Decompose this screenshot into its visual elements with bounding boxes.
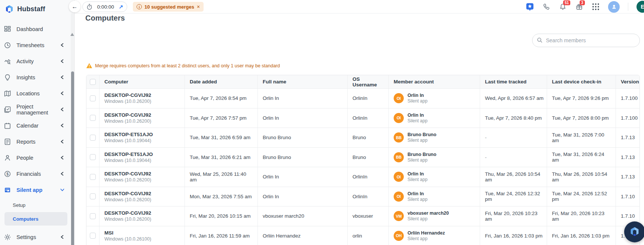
cell-version: 1.7.10 [616,187,640,206]
sidebar-item-calendar[interactable]: Calendar [0,117,71,134]
column-header-member-account[interactable]: Member account [389,75,480,88]
help-chat-button[interactable] [624,221,644,242]
user-avatar-initial: E [641,4,644,10]
calendar-icon [4,122,12,129]
column-header-last-device-check-in[interactable]: Last device check-in [547,75,616,88]
silent-app-icon [4,187,12,193]
cell-member-account: OIOrlin InSilent app [389,89,480,108]
select-all-checkbox[interactable] [90,79,96,85]
timer-value: 0:00:00 [95,4,116,10]
sidebar-nav: DashboardTimesheetsActivityInsightsLocat… [0,21,71,245]
chevron-left-icon [60,74,64,81]
cell-version: 1.7.100 [616,89,640,108]
warning-icon [86,63,92,68]
info-icon: i [137,4,142,9]
column-header-full-name[interactable]: Full name [258,75,348,88]
column-header-computer[interactable]: Computer [100,75,185,88]
row-checkbox[interactable] [90,154,96,160]
sidebar-item-locations[interactable]: Locations [0,85,71,101]
notifications-badge: 51 [563,0,570,5]
timer-widget[interactable]: 0:00:00 ↗ [82,1,127,12]
cell-last-time-tracked: Wed, Apr 8, 2026 6:57 am [480,89,547,108]
back-button[interactable]: ← [69,1,80,12]
row-checkbox[interactable] [90,115,96,121]
member-avatar: OI [394,192,404,202]
scrollbar-up-arrow[interactable] [70,33,74,36]
cell-date-added: Tue, Mar 31, 2026 6:21 am [185,148,258,167]
cell-full-name: Orlin In [258,108,348,128]
cell-full-name: Orliin Hernandez [258,226,348,245]
sidebar-item-settings[interactable]: Settings [0,229,71,245]
cell-date-added: Fri, Jan 16, 2026 11:59 am [185,226,258,245]
row-checkbox[interactable] [90,95,96,101]
topbar: ← 0:00:00 ↗ i 10 suggested merges × [75,0,644,13]
account-avatar-button[interactable] [608,1,620,13]
column-header-version[interactable]: Version [616,75,640,88]
sidebar-subitem-setup[interactable]: Setup [4,198,67,212]
sidebar-item-project-management[interactable]: Project management [0,101,71,117]
cell-full-name: Orlin In [258,167,348,187]
table-row: MSIWindows (10.0.26100)Fri, Jan 16, 2026… [86,226,640,245]
rewards-button[interactable]: 3 [575,3,583,11]
sidebar-item-timesheets[interactable]: Timesheets [0,37,71,53]
scrollbar-thumb[interactable] [71,71,74,245]
cell-last-time-tracked: Fri, Mar 20, 2026 10:23 am [480,206,547,226]
sidebar-item-silent-app[interactable]: Silent app [0,182,71,198]
sidebar-item-activity[interactable]: Activity [0,53,71,69]
cell-member-account: OHOrliin HernandezSilent app [389,226,480,245]
hubstaff-logo[interactable]: Hubstaff [0,0,74,15]
main-content: Computers Merge requires computers from … [75,13,644,245]
sidebar-item-reports[interactable]: Reports [0,134,71,150]
reports-icon [4,138,12,145]
chevron-left-icon [60,138,64,145]
activity-icon [4,58,12,65]
timer-launch-icon[interactable]: ↗ [119,4,123,10]
row-checkbox[interactable] [90,233,96,239]
user-avatar[interactable]: E [637,1,644,13]
table-row: DESKTOP-CGVIJ92Windows (10.0.26200)Wed, … [86,167,640,187]
cell-date-added: Mon, Mar 23, 2026 7:55 am [185,187,258,206]
notifications-button[interactable]: 51 [559,3,567,11]
member-avatar: BB [394,132,404,143]
person-icon [611,3,617,10]
header-cell [86,75,100,88]
sidebar-subitem-label: Setup [13,202,25,208]
whats-new-button[interactable] [526,3,534,11]
sidebar-subitem-computers[interactable]: Computers [4,212,67,226]
cell-last-device-checkin: Tue, Mar 31, 2026 6:24 am [547,148,616,167]
member-avatar: OH [394,231,404,241]
sidebar-item-insights[interactable]: Insights [0,69,71,85]
sidebar-item-dashboard[interactable]: Dashboard [0,21,71,37]
column-header-last-time-tracked[interactable]: Last time tracked [480,75,547,88]
close-icon[interactable]: × [197,4,200,10]
sidebar-item-label: Financials [16,171,60,177]
search-input[interactable] [532,34,640,47]
member-avatar: VM [394,211,404,221]
sidebar-item-people[interactable]: People [0,150,71,166]
suggested-merges-chip[interactable]: i 10 suggested merges × [133,2,204,12]
cell-member-account: OIOrlin InSilent app [389,187,480,206]
sidebar-item-label: Activity [16,58,60,64]
apps-menu-button[interactable] [592,3,600,11]
cell-last-time-tracked: Tue, Apr 7, 2026 8:40 pm [480,108,547,128]
row-checkbox[interactable] [90,174,96,180]
column-header-date-added[interactable]: Date added [185,75,258,88]
column-header-os-username[interactable]: OS Username [348,75,389,88]
cell-last-device-checkin: Fri, Mar 20, 2026 10:23 am [547,206,616,226]
row-checkbox[interactable] [90,213,96,219]
cell-last-device-checkin: Tue, Mar 24, 2026 12:52 pm [547,187,616,206]
chevron-left-icon [60,154,64,161]
member-avatar: OI [394,172,404,182]
phone-button[interactable] [542,3,550,11]
cell-last-device-checkin: Fri, Jan 16, 2026 1:03 pm [547,226,616,245]
people-icon [4,154,12,161]
sidebar: Hubstaff DashboardTimesheetsActivityInsi… [0,0,75,245]
cell-version: 1.7.100 [616,108,640,128]
row-checkbox[interactable] [90,193,96,199]
sidebar-scrollbar[interactable] [71,13,74,245]
locations-icon [4,90,12,97]
cell-version: 1.7.13 [616,167,640,187]
sidebar-item-financials[interactable]: $Financials [0,166,71,182]
row-checkbox[interactable] [90,135,96,141]
sidebar-item-label: Project management [16,104,60,116]
